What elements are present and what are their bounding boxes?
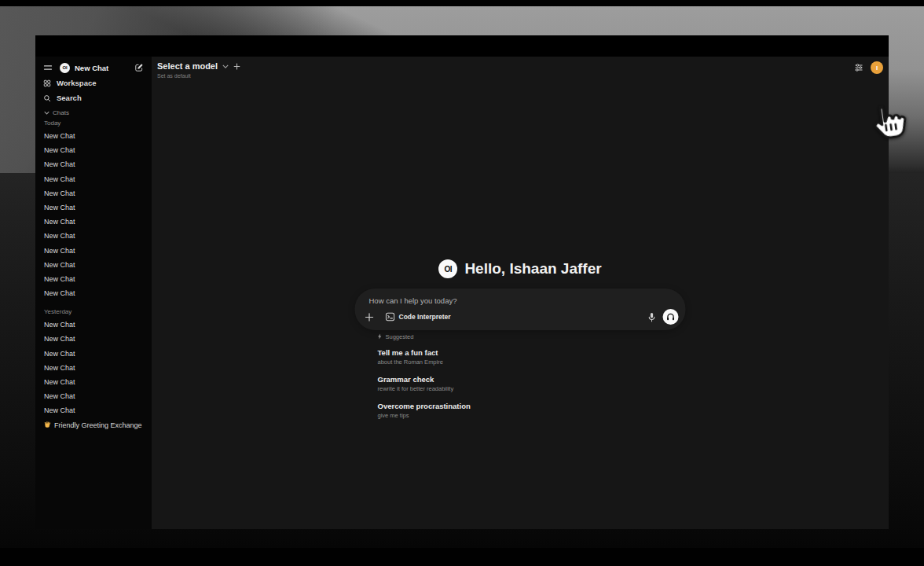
chat-list-item[interactable]: New Chat [35,129,152,143]
sidebar: OI New Chat [35,57,152,529]
chat-list-item[interactable]: New Chat [35,375,152,389]
model-selector-label: Select a model [157,61,218,71]
chat-list-item[interactable]: New Chat [35,332,152,346]
header-right-controls: I [854,61,883,74]
chat-list-today: New ChatNew ChatNew ChatNew ChatNew Chat… [35,129,152,300]
terminal-icon [386,312,395,322]
composer-card: How can I help you today? [355,289,686,330]
chevron-down-icon [222,64,229,68]
user-avatar[interactable]: I [871,61,883,74]
window-top-bar [35,35,889,57]
chats-section-toggle[interactable]: Chats [35,107,152,118]
greeting-hero: OI Hello, Ishaan Jaffer [152,259,889,278]
main-content: Select a model Set as default [152,57,889,529]
suggested-prompt-title: Overcome procrastination [378,402,686,411]
main-header: Select a model Set as default [157,61,240,79]
stage: OI New Chat [0,0,924,566]
chats-section-label: Chats [53,109,69,116]
sidebar-toggle-icon[interactable] [43,63,53,72]
spark-icon [378,333,383,340]
chat-list-item[interactable]: New Chat [35,389,152,403]
chat-list-item[interactable]: New Chat [35,286,152,300]
chat-list-item[interactable]: New Chat [35,215,152,229]
chat-list-item[interactable]: New Chat [35,403,152,417]
suggested-prompt[interactable]: Grammar check rewrite it for better read… [378,375,686,393]
suggested-label: Suggested [386,333,414,340]
chat-list-item[interactable]: New Chat [35,143,152,157]
composer-toolbar: Code Interpreter [365,309,679,325]
backdrop-bottom-bar [0,548,924,566]
chat-list-item[interactable]: New Chat [35,229,152,243]
attach-plus-icon[interactable] [365,313,374,322]
greeting-title: Hello, Ishaan Jaffer [464,260,601,277]
suggested-prompt[interactable]: Tell me a fun fact about the Roman Empir… [378,348,686,366]
suggested-prompt-title: Grammar check [378,375,686,384]
waving-hand-icon [44,421,51,428]
cursor-pointer-hand-icon [864,99,911,147]
suggested-header: Suggested [378,332,686,341]
headphones-icon [666,312,676,322]
sidebar-item-workspace[interactable]: Workspace [35,75,152,90]
group-label-yesterday: Yesterday [35,307,152,318]
suggested-prompt-subtitle: rewrite it for better readability [378,384,686,393]
set-default-link[interactable]: Set as default [157,73,240,79]
add-model-icon[interactable] [233,63,240,70]
chevron-down-icon [44,111,50,115]
suggested-prompt[interactable]: Overcome procrastination give me tips [378,402,686,420]
chat-list-item[interactable]: New Chat [35,361,152,375]
suggested-prompt-subtitle: give me tips [378,411,686,420]
group-label-today: Today [35,118,152,129]
chat-list-item[interactable]: New Chat [35,186,152,200]
sidebar-item-search[interactable]: Search [35,90,152,105]
suggested-prompt-subtitle: about the Roman Empire [378,358,686,366]
code-interpreter-label: Code Interpreter [399,313,451,321]
chat-list-item[interactable]: New Chat [35,347,152,361]
suggested-prompt-title: Tell me a fun fact [378,348,686,358]
app-logo-icon: OI [60,63,70,73]
chat-list-yesterday: New ChatNew ChatNew ChatNew ChatNew Chat… [35,318,152,417]
chat-list-item[interactable]: New Chat [35,157,152,171]
controls-sliders-icon[interactable] [854,63,864,72]
chat-list-item[interactable]: New Chat [35,172,152,186]
suggested-list: Tell me a fun fact about the Roman Empir… [378,348,686,420]
code-interpreter-toggle[interactable]: Code Interpreter [386,312,451,322]
chat-list-item-friendly-greeting[interactable]: Friendly Greeting Exchange [35,418,152,432]
workspace-grid-icon [43,79,51,87]
microphone-icon[interactable] [648,312,656,322]
chat-list-item[interactable]: New Chat [35,272,152,286]
workspace-label: Workspace [57,79,97,87]
app-window: OI New Chat [35,35,889,529]
new-chat-icon[interactable] [134,63,144,72]
sidebar-header: OI New Chat [35,60,152,75]
chat-list-item[interactable]: New Chat [35,200,152,215]
search-label: Search [57,94,82,102]
chat-input[interactable]: How can I help you today? [355,289,686,305]
chat-list-item[interactable]: New Chat [35,318,152,332]
suggested-section: Suggested Tell me a fun fact about the R… [355,332,686,428]
chat-list-item[interactable]: New Chat [35,258,152,272]
search-icon [43,94,51,102]
sidebar-title: New Chat [75,64,134,72]
voice-call-button[interactable] [663,309,679,325]
chat-item-label: Friendly Greeting Exchange [54,421,142,429]
chat-list-item[interactable]: New Chat [35,244,152,258]
app-logo-icon: OI [438,259,457,278]
model-selector[interactable]: Select a model [157,61,240,71]
